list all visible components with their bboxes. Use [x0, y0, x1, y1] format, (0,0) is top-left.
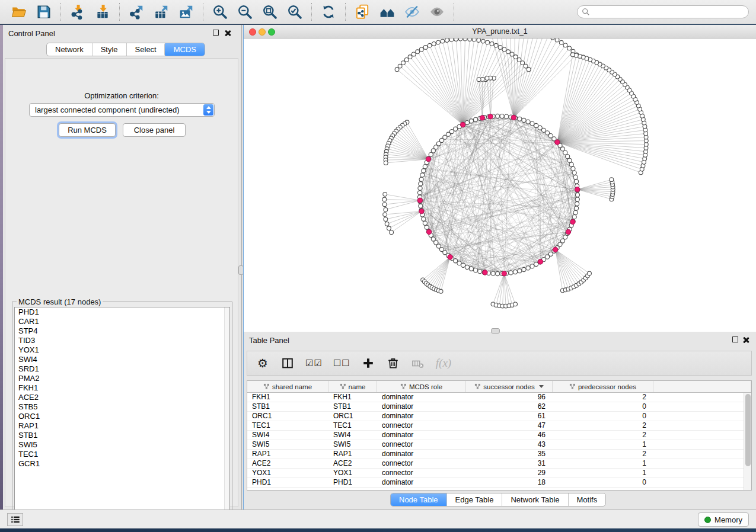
table-scrollbar-thumb[interactable]	[745, 394, 751, 466]
table-cell[interactable]: FKH1	[328, 393, 377, 402]
table-cell[interactable]: SWI4	[247, 431, 328, 440]
table-cell[interactable]: 46	[466, 431, 553, 440]
table-cell[interactable]: RAP1	[328, 450, 377, 459]
table-cell[interactable]: 96	[466, 393, 553, 402]
save-icon[interactable]	[31, 3, 56, 21]
table-cell[interactable]: dominator	[377, 431, 466, 440]
table-row[interactable]: ACE2ACE2connector311	[247, 459, 751, 469]
export-image-icon[interactable]	[174, 3, 199, 21]
table-cell[interactable]: STB1	[328, 402, 377, 411]
column-header-MCDS-role[interactable]: MCDS role	[377, 381, 466, 392]
import-table-icon[interactable]	[90, 3, 115, 21]
delete-icon[interactable]	[386, 355, 400, 371]
search-input[interactable]	[577, 5, 749, 18]
network-canvas[interactable]	[244, 39, 756, 332]
table-cell[interactable]: 1	[553, 459, 653, 468]
table-cell[interactable]: dominator	[377, 478, 466, 487]
table-cell[interactable]: 1	[553, 469, 653, 477]
tab-style[interactable]: Style	[92, 43, 126, 56]
table-cell[interactable]: dominator	[377, 450, 466, 459]
table-cell[interactable]: YOX1	[247, 469, 328, 477]
node-table[interactable]: shared namenameMCDS rolesuccessor nodesp…	[247, 380, 752, 491]
mcds-result-item[interactable]: ORC1	[15, 412, 229, 421]
table-cell[interactable]: dominator	[377, 402, 466, 411]
tab-network-table[interactable]: Network Table	[502, 493, 567, 506]
table-cell[interactable]: SWI5	[328, 440, 377, 449]
horizontal-splitter-handle[interactable]	[491, 328, 500, 334]
mcds-result-item[interactable]: SRD1	[15, 364, 229, 374]
table-cell[interactable]: 0	[553, 402, 653, 411]
table-cell[interactable]: 29	[466, 469, 553, 477]
gear-icon[interactable]: ⚙	[256, 355, 270, 371]
task-history-button[interactable]	[7, 513, 23, 526]
column-header-shared-name[interactable]: shared name	[247, 381, 328, 392]
table-cell[interactable]: 61	[466, 412, 553, 421]
criterion-dropdown[interactable]: largest connected component (undirected)	[29, 103, 215, 117]
zoom-in-icon[interactable]	[208, 3, 232, 21]
table-cell[interactable]: dominator	[377, 412, 466, 421]
open-folder-icon[interactable]	[7, 3, 31, 21]
table-cell[interactable]: connector	[377, 421, 466, 430]
hide-selected-icon[interactable]	[400, 3, 425, 21]
add-icon[interactable]	[361, 355, 375, 371]
import-network-icon[interactable]	[65, 3, 90, 21]
table-row[interactable]: SWI4SWI4dominator462	[247, 431, 751, 440]
tab-mcds[interactable]: MCDS	[164, 43, 205, 56]
table-cell[interactable]: 2	[553, 393, 653, 402]
table-cell[interactable]: 1	[553, 440, 653, 449]
table-cell[interactable]: ORC1	[247, 412, 328, 421]
close-panel-button[interactable]: Close panel	[123, 123, 186, 137]
mcds-result-item[interactable]: TID3	[15, 336, 229, 345]
mcds-result-item[interactable]: STB1	[15, 431, 229, 440]
table-cell[interactable]: SWI5	[247, 440, 328, 449]
table-cell[interactable]: connector	[377, 440, 466, 449]
table-cell[interactable]: 62	[466, 402, 553, 411]
table-cell[interactable]: 0	[553, 412, 653, 421]
table-cell[interactable]: 31	[466, 459, 553, 468]
column-header-successor-nodes[interactable]: successor nodes	[466, 381, 553, 392]
first-neighbors-icon[interactable]	[375, 3, 400, 21]
column-header-predecessor-nodes[interactable]: predecessor nodes	[553, 381, 653, 392]
table-cell[interactable]: YOX1	[328, 469, 377, 477]
export-network-icon[interactable]	[124, 3, 149, 21]
table-row[interactable]: PHD1PHD1dominator180	[247, 478, 751, 488]
table-row[interactable]: RAP1RAP1dominator352	[247, 450, 751, 459]
float-panel-icon[interactable]	[213, 30, 219, 36]
table-row[interactable]: STB1STB1dominator620	[247, 402, 751, 412]
tab-edge-table[interactable]: Edge Table	[446, 493, 502, 506]
mcds-result-item[interactable]: FKH1	[15, 383, 229, 393]
tab-network[interactable]: Network	[47, 43, 92, 56]
table-row[interactable]: TEC1TEC1connector472	[247, 421, 751, 431]
clone-network-icon[interactable]	[350, 3, 375, 21]
tab-motifs[interactable]: Motifs	[568, 493, 606, 506]
mcds-result-item[interactable]: TEC1	[15, 450, 229, 459]
table-cell[interactable]: connector	[377, 469, 466, 477]
table-cell[interactable]: 35	[466, 450, 553, 459]
table-cell[interactable]: TEC1	[247, 421, 328, 430]
zoom-selected-icon[interactable]	[282, 3, 307, 21]
table-cell[interactable]: ACE2	[247, 459, 328, 468]
table-cell[interactable]: STB1	[247, 402, 328, 411]
result-list-scrollbar[interactable]	[224, 307, 229, 518]
show-all-icon[interactable]	[425, 3, 449, 21]
split-columns-icon[interactable]	[280, 355, 295, 371]
table-row[interactable]: YOX1YOX1connector291	[247, 469, 751, 478]
tab-select[interactable]: Select	[126, 43, 165, 56]
refresh-layout-icon[interactable]	[316, 3, 341, 21]
table-cell[interactable]: PHD1	[328, 478, 377, 487]
table-cell[interactable]: FKH1	[247, 393, 328, 402]
tab-node-table[interactable]: Node Table	[390, 493, 447, 507]
run-mcds-button[interactable]: Run MCDS	[59, 123, 116, 137]
mcds-result-item[interactable]: PHD1	[15, 307, 229, 317]
table-row[interactable]: FKH1FKH1dominator962	[247, 393, 751, 402]
mcds-result-item[interactable]: RAP1	[15, 421, 229, 431]
mcds-result-item[interactable]: STB5	[15, 402, 229, 412]
deselect-all-icon[interactable]: ☐☐	[333, 355, 350, 371]
table-row[interactable]: ORC1ORC1dominator610	[247, 412, 751, 421]
table-cell[interactable]: 0	[553, 478, 653, 487]
table-scrollbar[interactable]	[744, 393, 751, 490]
table-cell[interactable]: RAP1	[247, 450, 328, 459]
table-cell[interactable]: PHD1	[247, 478, 328, 487]
table-cell[interactable]: 18	[466, 478, 553, 487]
zoom-out-icon[interactable]	[232, 3, 257, 21]
